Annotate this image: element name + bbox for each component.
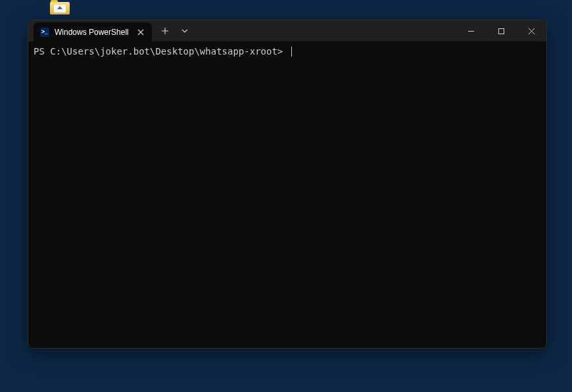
- window-controls: [456, 20, 546, 41]
- tab-close-button[interactable]: [135, 26, 147, 38]
- powershell-icon: >_: [40, 28, 49, 37]
- tab-title: Windows PowerShell: [55, 28, 130, 37]
- cursor: [291, 47, 292, 57]
- new-tab-button[interactable]: [156, 22, 174, 40]
- titlebar-drag-area[interactable]: [194, 20, 456, 41]
- prompt-text: PS C:\Users\joker.bot\Desktop\whatsapp-x…: [34, 45, 289, 58]
- terminal-body[interactable]: PS C:\Users\joker.bot\Desktop\whatsapp-x…: [28, 41, 546, 348]
- titlebar[interactable]: >_ Windows PowerShell: [28, 20, 546, 41]
- prompt-line: PS C:\Users\joker.bot\Desktop\whatsapp-x…: [34, 45, 541, 58]
- plus-icon: [161, 27, 169, 35]
- minimize-button[interactable]: [456, 20, 486, 41]
- tabbar-actions: [156, 20, 194, 41]
- chevron-down-icon: [181, 28, 188, 34]
- maximize-button[interactable]: [486, 20, 516, 41]
- maximize-icon: [498, 28, 505, 35]
- tab-dropdown-button[interactable]: [176, 22, 194, 40]
- desktop-folder[interactable]: [50, 0, 70, 14]
- close-icon: [137, 29, 144, 36]
- terminal-window: >_ Windows PowerShell: [28, 20, 547, 349]
- close-icon: [528, 28, 535, 35]
- minimize-icon: [467, 28, 475, 35]
- powershell-icon-glyph: >_: [41, 29, 48, 35]
- close-window-button[interactable]: [516, 20, 546, 41]
- folder-image-icon: [57, 6, 62, 9]
- svg-rect-5: [498, 28, 504, 34]
- tab-powershell[interactable]: >_ Windows PowerShell: [34, 22, 152, 41]
